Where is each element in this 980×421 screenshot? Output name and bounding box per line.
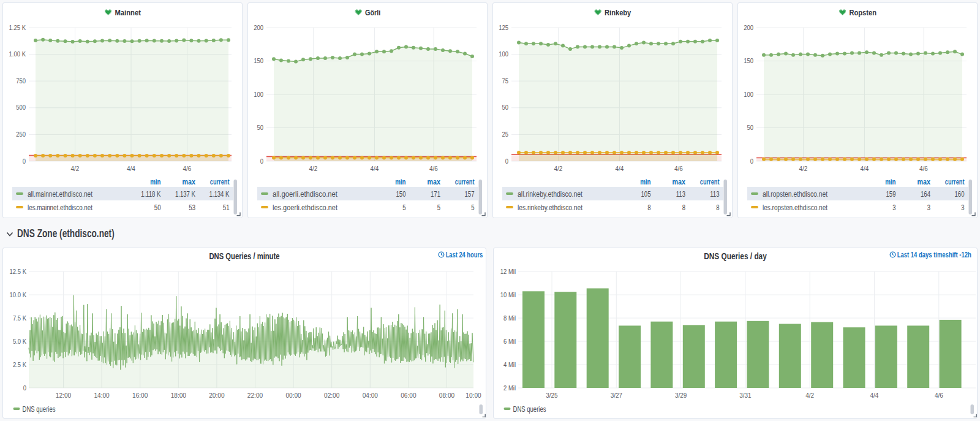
svg-text:12 Mil: 12 Mil	[500, 268, 516, 275]
svg-text:16:00: 16:00	[132, 392, 148, 399]
svg-text:3: 3	[927, 203, 931, 212]
svg-text:4/6: 4/6	[429, 165, 438, 172]
svg-text:min: min	[150, 178, 160, 186]
svg-text:22:00: 22:00	[247, 392, 263, 399]
svg-text:2.5 K: 2.5 K	[13, 361, 27, 368]
svg-text:DNS Zone (ethdisco.net): DNS Zone (ethdisco.net)	[17, 227, 115, 240]
svg-text:20:00: 20:00	[209, 392, 224, 399]
svg-text:4/2: 4/2	[805, 392, 814, 399]
svg-text:DNS queries: DNS queries	[23, 405, 56, 414]
svg-text:DNS Queries / day: DNS Queries / day	[704, 251, 767, 261]
svg-text:750: 750	[16, 77, 26, 85]
svg-text:min: min	[640, 178, 650, 186]
svg-text:0: 0	[23, 384, 26, 392]
svg-text:current: current	[700, 178, 720, 186]
svg-text:10.0 K: 10.0 K	[10, 291, 27, 298]
svg-text:5.0 K: 5.0 K	[13, 338, 27, 345]
svg-text:8 Mil: 8 Mil	[503, 314, 516, 322]
svg-text:0: 0	[23, 157, 26, 165]
svg-text:4/6: 4/6	[935, 392, 943, 399]
svg-text:125: 125	[499, 24, 508, 31]
svg-text:18:00: 18:00	[171, 392, 186, 399]
svg-text:Görli: Görli	[365, 8, 380, 17]
svg-text:7.5 K: 7.5 K	[13, 314, 27, 322]
svg-text:159: 159	[886, 190, 896, 199]
svg-text:10:00: 10:00	[466, 392, 481, 399]
svg-text:4 Mil: 4 Mil	[503, 361, 516, 368]
svg-text:150: 150	[254, 57, 263, 64]
svg-text:current: current	[455, 178, 475, 186]
svg-text:200: 200	[254, 24, 263, 31]
svg-text:10 Mil: 10 Mil	[500, 291, 516, 298]
svg-text:150: 150	[396, 190, 406, 199]
svg-text:max: max	[918, 178, 931, 186]
svg-text:12:00: 12:00	[56, 392, 71, 399]
svg-text:100: 100	[499, 50, 508, 58]
svg-text:150: 150	[744, 57, 753, 64]
svg-text:les.rinkeby.ethdisco.net: les.rinkeby.ethdisco.net	[518, 203, 583, 212]
svg-text:06:00: 06:00	[401, 392, 416, 399]
svg-text:Ropsten: Ropsten	[850, 8, 877, 17]
svg-text:4/4: 4/4	[870, 392, 879, 399]
svg-text:Mainnet: Mainnet	[115, 8, 141, 17]
svg-text:113: 113	[676, 190, 686, 199]
svg-text:4/2: 4/2	[799, 165, 808, 172]
svg-text:DNS Queries / minute: DNS Queries / minute	[209, 251, 280, 261]
svg-text:4/6: 4/6	[674, 165, 683, 172]
svg-text:105: 105	[641, 190, 651, 199]
svg-text:current: current	[210, 178, 230, 186]
svg-text:08:00: 08:00	[439, 392, 454, 399]
svg-text:250: 250	[16, 131, 26, 138]
svg-text:14:00: 14:00	[94, 392, 109, 399]
svg-text:75: 75	[502, 77, 509, 85]
svg-text:12.5 K: 12.5 K	[10, 268, 27, 275]
svg-text:max: max	[428, 178, 441, 186]
svg-text:50: 50	[154, 203, 161, 212]
svg-text:all.mainnet.ethdisco.net: all.mainnet.ethdisco.net	[28, 190, 93, 199]
svg-text:500: 500	[16, 104, 26, 111]
svg-text:4/4: 4/4	[127, 165, 135, 172]
svg-text:0: 0	[750, 157, 753, 165]
svg-text:100: 100	[744, 91, 753, 98]
svg-text:current: current	[945, 178, 965, 186]
svg-text:00:00: 00:00	[285, 392, 301, 399]
svg-text:171: 171	[431, 190, 440, 199]
svg-text:50: 50	[257, 124, 264, 131]
svg-text:5: 5	[471, 203, 475, 212]
svg-text:8: 8	[716, 203, 720, 212]
svg-text:4/2: 4/2	[309, 165, 318, 172]
svg-text:6 Mil: 6 Mil	[503, 338, 516, 345]
svg-text:4/4: 4/4	[861, 165, 869, 172]
svg-text:les.goerli.ethdisco.net: les.goerli.ethdisco.net	[273, 203, 338, 212]
svg-text:all.ropsten.ethdisco.net: all.ropsten.ethdisco.net	[763, 190, 828, 199]
svg-text:157: 157	[465, 190, 475, 199]
svg-text:4/2: 4/2	[554, 165, 563, 172]
svg-text:les.ropsten.ethdisco.net: les.ropsten.ethdisco.net	[763, 203, 828, 212]
svg-text:les.mainnet.ethdisco.net: les.mainnet.ethdisco.net	[28, 203, 93, 212]
svg-text:4/6: 4/6	[183, 165, 192, 172]
svg-text:max: max	[673, 178, 686, 186]
svg-text:50: 50	[747, 124, 754, 131]
svg-text:04:00: 04:00	[363, 392, 378, 399]
svg-text:3/29: 3/29	[675, 392, 687, 399]
svg-text:02:00: 02:00	[324, 392, 339, 399]
svg-text:51: 51	[223, 203, 230, 212]
svg-text:all.goerli.ethdisco.net: all.goerli.ethdisco.net	[273, 190, 338, 199]
svg-text:Last 14 days timeshift -12h: Last 14 days timeshift -12h	[897, 251, 971, 259]
svg-text:5: 5	[402, 203, 406, 212]
svg-text:3: 3	[892, 203, 896, 212]
svg-text:0: 0	[505, 157, 508, 165]
svg-text:8: 8	[682, 203, 686, 212]
svg-text:Rinkeby: Rinkeby	[605, 8, 631, 17]
svg-text:1.00 K: 1.00 K	[9, 50, 26, 58]
svg-text:min: min	[395, 178, 405, 186]
svg-text:100: 100	[254, 91, 263, 98]
svg-text:4/2: 4/2	[71, 165, 80, 172]
svg-text:25: 25	[502, 131, 509, 138]
svg-text:Last 24 hours: Last 24 hours	[446, 251, 483, 259]
svg-text:1.118 K: 1.118 K	[141, 190, 160, 199]
svg-text:4/4: 4/4	[616, 165, 624, 172]
svg-text:8: 8	[647, 203, 651, 212]
svg-text:1.137 K: 1.137 K	[175, 190, 195, 199]
svg-text:3: 3	[961, 203, 965, 212]
